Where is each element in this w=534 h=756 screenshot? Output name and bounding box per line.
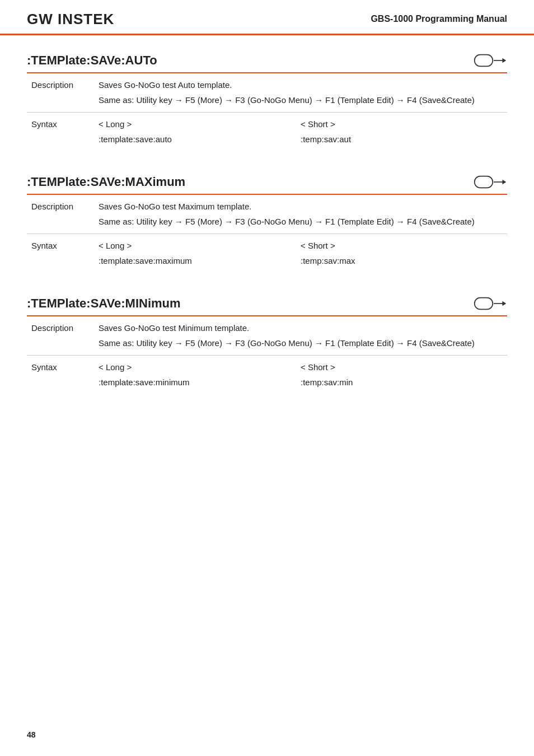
description-row-minimum: Description Saves Go-NoGo test Minimum t… [27, 316, 507, 356]
desc-line2-minimum: Same as: Utility key → F5 (More) → F3 (G… [99, 337, 503, 350]
description-row-auto: Description Saves Go-NoGo test Auto temp… [27, 73, 507, 113]
syntax-short-header-minimum: < Short > [301, 361, 503, 374]
syntax-content-minimum: < Long > :template:save:minimum < Short … [94, 356, 507, 395]
svg-marker-5 [502, 180, 506, 185]
table-minimum: Description Saves Go-NoGo test Minimum t… [27, 316, 507, 394]
description-row-maximum: Description Saves Go-NoGo test Maximum t… [27, 195, 507, 234]
syntax-short-minimum: < Short > :temp:sav:min [301, 361, 503, 389]
page-header: GW INSTEK GBS-1000 Programming Manual [0, 0, 534, 35]
command-header-maximum: :TEMPlate:SAVe:MAXimum [27, 174, 507, 190]
syntax-short-header-auto: < Short > [301, 118, 503, 131]
page-footer: 48 [27, 730, 36, 739]
command-header-minimum: :TEMPlate:SAVe:MINimum [27, 295, 507, 312]
cmd-icon-svg-maximum [474, 174, 507, 190]
syntax-long-minimum: < Long > :template:save:minimum [99, 361, 301, 389]
description-label-auto: Description [27, 73, 94, 113]
description-content-auto: Saves Go-NoGo test Auto template. Same a… [94, 73, 507, 113]
syntax-columns-minimum: < Long > :template:save:minimum < Short … [99, 361, 503, 389]
section-minimum: :TEMPlate:SAVe:MINimum Description Saves… [27, 295, 507, 394]
command-header-auto: :TEMPlate:SAVe:AUTo [27, 52, 507, 69]
page-number: 48 [27, 730, 36, 739]
table-maximum: Description Saves Go-NoGo test Maximum t… [27, 195, 507, 273]
section-maximum: :TEMPlate:SAVe:MAXimum Description Saves… [27, 174, 507, 273]
syntax-short-value-auto: :temp:sav:aut [301, 133, 503, 146]
logo: GW INSTEK [27, 10, 114, 28]
syntax-columns-auto: < Long > :template:save:auto < Short > :… [99, 118, 503, 146]
description-label-maximum: Description [27, 195, 94, 234]
header-title: GBS-1000 Programming Manual [371, 14, 507, 24]
syntax-content-maximum: < Long > :template:save:maximum < Short … [94, 234, 507, 273]
syntax-long-header-minimum: < Long > [99, 361, 301, 374]
svg-rect-3 [475, 176, 493, 188]
syntax-content-auto: < Long > :template:save:auto < Short > :… [94, 113, 507, 152]
command-icon-maximum [474, 174, 507, 190]
desc-line2-auto: Same as: Utility key → F5 (More) → F3 (G… [99, 94, 503, 107]
syntax-long-value-minimum: :template:save:minimum [99, 376, 301, 389]
main-content: :TEMPlate:SAVe:AUTo Description Saves Go… [0, 35, 534, 439]
command-name-maximum: :TEMPlate:SAVe:MAXimum [27, 175, 185, 189]
svg-rect-6 [475, 298, 493, 310]
syntax-short-auto: < Short > :temp:sav:aut [301, 118, 503, 146]
syntax-long-value-maximum: :template:save:maximum [99, 255, 301, 268]
syntax-row-auto: Syntax < Long > :template:save:auto < Sh… [27, 113, 507, 152]
syntax-long-header-maximum: < Long > [99, 240, 301, 253]
description-label-minimum: Description [27, 316, 94, 356]
description-content-minimum: Saves Go-NoGo test Minimum template. Sam… [94, 316, 507, 356]
syntax-row-minimum: Syntax < Long > :template:save:minimum <… [27, 356, 507, 395]
desc-line2-maximum: Same as: Utility key → F5 (More) → F3 (G… [99, 216, 503, 228]
syntax-columns-maximum: < Long > :template:save:maximum < Short … [99, 240, 503, 267]
desc-line1-auto: Saves Go-NoGo test Auto template. [99, 79, 503, 92]
cmd-icon-svg-auto [474, 52, 507, 69]
command-name-minimum: :TEMPlate:SAVe:MINimum [27, 296, 181, 311]
syntax-short-header-maximum: < Short > [301, 240, 503, 253]
command-icon-minimum [474, 295, 507, 312]
syntax-long-header-auto: < Long > [99, 118, 301, 131]
syntax-label-maximum: Syntax [27, 234, 94, 273]
syntax-label-minimum: Syntax [27, 356, 94, 395]
syntax-short-value-maximum: :temp:sav:max [301, 255, 503, 268]
syntax-short-maximum: < Short > :temp:sav:max [301, 240, 503, 267]
syntax-long-auto: < Long > :template:save:auto [99, 118, 301, 146]
description-content-maximum: Saves Go-NoGo test Maximum template. Sam… [94, 195, 507, 234]
table-auto: Description Saves Go-NoGo test Auto temp… [27, 73, 507, 151]
svg-marker-2 [502, 58, 506, 63]
syntax-short-value-minimum: :temp:sav:min [301, 376, 503, 389]
syntax-row-maximum: Syntax < Long > :template:save:maximum <… [27, 234, 507, 273]
command-icon-auto [474, 52, 507, 69]
cmd-icon-svg-minimum [474, 295, 507, 312]
desc-line1-minimum: Saves Go-NoGo test Minimum template. [99, 322, 503, 335]
syntax-label-auto: Syntax [27, 113, 94, 152]
syntax-long-maximum: < Long > :template:save:maximum [99, 240, 301, 267]
desc-line1-maximum: Saves Go-NoGo test Maximum template. [99, 200, 503, 213]
page: GW INSTEK GBS-1000 Programming Manual :T… [0, 0, 534, 756]
command-name-auto: :TEMPlate:SAVe:AUTo [27, 53, 157, 68]
svg-rect-0 [475, 55, 493, 67]
syntax-long-value-auto: :template:save:auto [99, 133, 301, 146]
section-auto: :TEMPlate:SAVe:AUTo Description Saves Go… [27, 52, 507, 151]
svg-marker-8 [502, 301, 506, 306]
